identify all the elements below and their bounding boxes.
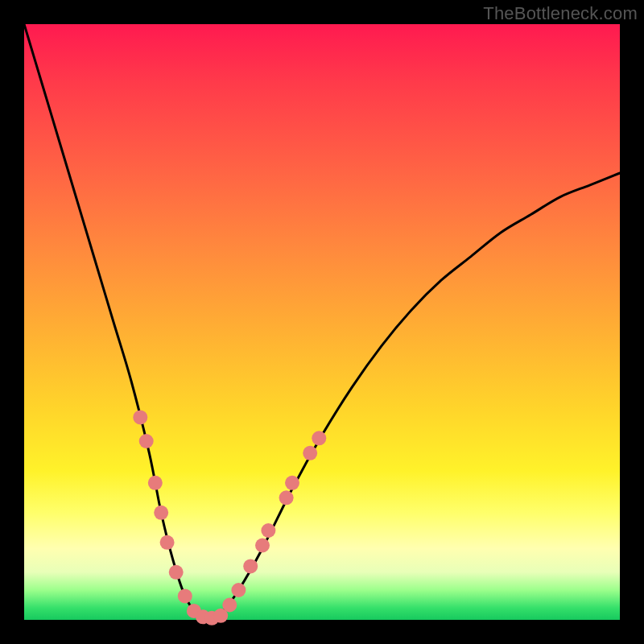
marker-dot bbox=[160, 535, 175, 550]
marker-dot bbox=[243, 559, 258, 573]
marker-dot bbox=[231, 583, 246, 597]
marker-dot bbox=[222, 598, 237, 613]
marker-dot bbox=[255, 539, 270, 553]
watermark-text: TheBottleneck.com bbox=[483, 3, 638, 24]
marker-group bbox=[133, 410, 326, 625]
plot-area bbox=[24, 24, 620, 620]
bottleneck-curve bbox=[24, 24, 620, 620]
chart-frame: TheBottleneck.com bbox=[0, 0, 644, 644]
marker-dot bbox=[303, 446, 317, 460]
marker-dot bbox=[285, 476, 299, 490]
marker-dot bbox=[133, 410, 147, 424]
curve-layer bbox=[24, 24, 620, 620]
marker-dot bbox=[312, 431, 326, 445]
marker-dot bbox=[154, 506, 168, 520]
marker-dot bbox=[139, 434, 154, 448]
marker-dot bbox=[279, 490, 294, 505]
marker-dot bbox=[169, 565, 184, 580]
marker-dot bbox=[261, 523, 275, 538]
marker-dot bbox=[178, 588, 192, 603]
marker-dot bbox=[148, 476, 163, 490]
